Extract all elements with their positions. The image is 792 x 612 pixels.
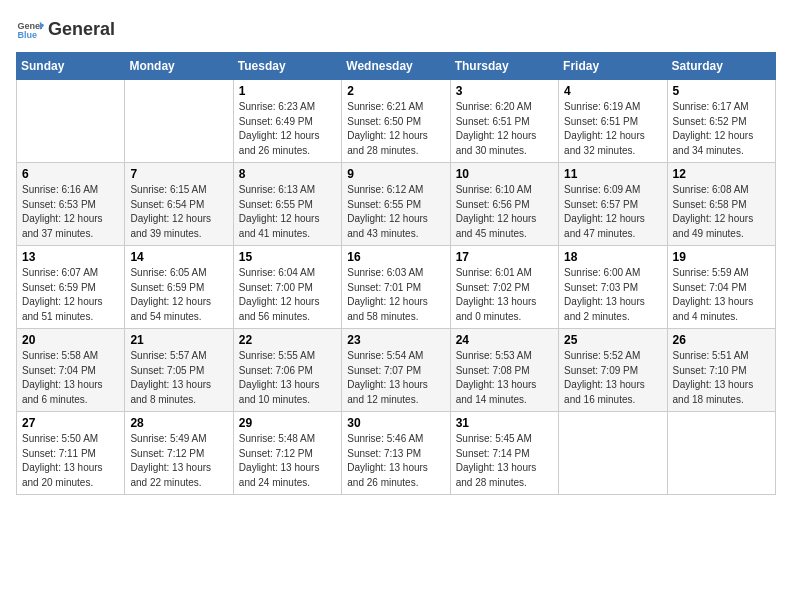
calendar-cell: 7Sunrise: 6:15 AM Sunset: 6:54 PM Daylig… [125, 163, 233, 246]
calendar-cell: 14Sunrise: 6:05 AM Sunset: 6:59 PM Dayli… [125, 246, 233, 329]
calendar-week-3: 13Sunrise: 6:07 AM Sunset: 6:59 PM Dayli… [17, 246, 776, 329]
day-number: 18 [564, 250, 661, 264]
calendar-cell: 23Sunrise: 5:54 AM Sunset: 7:07 PM Dayli… [342, 329, 450, 412]
day-detail: Sunrise: 6:04 AM Sunset: 7:00 PM Dayligh… [239, 266, 336, 324]
calendar-cell [17, 80, 125, 163]
calendar-cell: 28Sunrise: 5:49 AM Sunset: 7:12 PM Dayli… [125, 412, 233, 495]
calendar-cell: 6Sunrise: 6:16 AM Sunset: 6:53 PM Daylig… [17, 163, 125, 246]
calendar-cell: 18Sunrise: 6:00 AM Sunset: 7:03 PM Dayli… [559, 246, 667, 329]
day-number: 15 [239, 250, 336, 264]
day-detail: Sunrise: 6:08 AM Sunset: 6:58 PM Dayligh… [673, 183, 770, 241]
day-detail: Sunrise: 6:05 AM Sunset: 6:59 PM Dayligh… [130, 266, 227, 324]
calendar-table: SundayMondayTuesdayWednesdayThursdayFrid… [16, 52, 776, 495]
day-number: 25 [564, 333, 661, 347]
day-number: 23 [347, 333, 444, 347]
logo: General Blue General [16, 16, 115, 44]
calendar-cell: 27Sunrise: 5:50 AM Sunset: 7:11 PM Dayli… [17, 412, 125, 495]
weekday-header-saturday: Saturday [667, 53, 775, 80]
day-number: 21 [130, 333, 227, 347]
day-number: 26 [673, 333, 770, 347]
day-number: 13 [22, 250, 119, 264]
day-number: 19 [673, 250, 770, 264]
weekday-header-sunday: Sunday [17, 53, 125, 80]
day-detail: Sunrise: 6:21 AM Sunset: 6:50 PM Dayligh… [347, 100, 444, 158]
day-number: 30 [347, 416, 444, 430]
weekday-header-monday: Monday [125, 53, 233, 80]
calendar-cell: 15Sunrise: 6:04 AM Sunset: 7:00 PM Dayli… [233, 246, 341, 329]
page-header: General Blue General [16, 16, 776, 44]
day-detail: Sunrise: 5:53 AM Sunset: 7:08 PM Dayligh… [456, 349, 553, 407]
day-number: 28 [130, 416, 227, 430]
calendar-cell: 11Sunrise: 6:09 AM Sunset: 6:57 PM Dayli… [559, 163, 667, 246]
day-number: 2 [347, 84, 444, 98]
day-number: 14 [130, 250, 227, 264]
day-detail: Sunrise: 6:07 AM Sunset: 6:59 PM Dayligh… [22, 266, 119, 324]
day-number: 10 [456, 167, 553, 181]
day-detail: Sunrise: 5:54 AM Sunset: 7:07 PM Dayligh… [347, 349, 444, 407]
day-detail: Sunrise: 6:19 AM Sunset: 6:51 PM Dayligh… [564, 100, 661, 158]
calendar-week-4: 20Sunrise: 5:58 AM Sunset: 7:04 PM Dayli… [17, 329, 776, 412]
day-number: 24 [456, 333, 553, 347]
day-detail: Sunrise: 5:55 AM Sunset: 7:06 PM Dayligh… [239, 349, 336, 407]
day-number: 16 [347, 250, 444, 264]
day-detail: Sunrise: 6:15 AM Sunset: 6:54 PM Dayligh… [130, 183, 227, 241]
calendar-body: 1Sunrise: 6:23 AM Sunset: 6:49 PM Daylig… [17, 80, 776, 495]
calendar-cell: 5Sunrise: 6:17 AM Sunset: 6:52 PM Daylig… [667, 80, 775, 163]
day-detail: Sunrise: 6:01 AM Sunset: 7:02 PM Dayligh… [456, 266, 553, 324]
calendar-cell: 4Sunrise: 6:19 AM Sunset: 6:51 PM Daylig… [559, 80, 667, 163]
weekday-header-friday: Friday [559, 53, 667, 80]
weekday-header-tuesday: Tuesday [233, 53, 341, 80]
day-detail: Sunrise: 6:17 AM Sunset: 6:52 PM Dayligh… [673, 100, 770, 158]
day-detail: Sunrise: 6:03 AM Sunset: 7:01 PM Dayligh… [347, 266, 444, 324]
calendar-cell: 29Sunrise: 5:48 AM Sunset: 7:12 PM Dayli… [233, 412, 341, 495]
day-detail: Sunrise: 6:00 AM Sunset: 7:03 PM Dayligh… [564, 266, 661, 324]
logo-general-text: General [48, 20, 115, 40]
calendar-cell: 12Sunrise: 6:08 AM Sunset: 6:58 PM Dayli… [667, 163, 775, 246]
calendar-cell: 20Sunrise: 5:58 AM Sunset: 7:04 PM Dayli… [17, 329, 125, 412]
day-number: 9 [347, 167, 444, 181]
day-number: 29 [239, 416, 336, 430]
day-detail: Sunrise: 5:45 AM Sunset: 7:14 PM Dayligh… [456, 432, 553, 490]
day-number: 27 [22, 416, 119, 430]
day-number: 31 [456, 416, 553, 430]
day-detail: Sunrise: 5:52 AM Sunset: 7:09 PM Dayligh… [564, 349, 661, 407]
calendar-header-row: SundayMondayTuesdayWednesdayThursdayFrid… [17, 53, 776, 80]
calendar-week-2: 6Sunrise: 6:16 AM Sunset: 6:53 PM Daylig… [17, 163, 776, 246]
calendar-cell: 19Sunrise: 5:59 AM Sunset: 7:04 PM Dayli… [667, 246, 775, 329]
day-number: 17 [456, 250, 553, 264]
calendar-cell: 25Sunrise: 5:52 AM Sunset: 7:09 PM Dayli… [559, 329, 667, 412]
calendar-week-1: 1Sunrise: 6:23 AM Sunset: 6:49 PM Daylig… [17, 80, 776, 163]
day-number: 8 [239, 167, 336, 181]
day-detail: Sunrise: 6:23 AM Sunset: 6:49 PM Dayligh… [239, 100, 336, 158]
calendar-cell: 24Sunrise: 5:53 AM Sunset: 7:08 PM Dayli… [450, 329, 558, 412]
day-detail: Sunrise: 5:49 AM Sunset: 7:12 PM Dayligh… [130, 432, 227, 490]
day-detail: Sunrise: 5:50 AM Sunset: 7:11 PM Dayligh… [22, 432, 119, 490]
day-number: 12 [673, 167, 770, 181]
logo-icon: General Blue [16, 16, 44, 44]
calendar-cell: 13Sunrise: 6:07 AM Sunset: 6:59 PM Dayli… [17, 246, 125, 329]
day-detail: Sunrise: 5:59 AM Sunset: 7:04 PM Dayligh… [673, 266, 770, 324]
calendar-cell: 22Sunrise: 5:55 AM Sunset: 7:06 PM Dayli… [233, 329, 341, 412]
day-number: 6 [22, 167, 119, 181]
calendar-week-5: 27Sunrise: 5:50 AM Sunset: 7:11 PM Dayli… [17, 412, 776, 495]
day-number: 5 [673, 84, 770, 98]
calendar-cell: 30Sunrise: 5:46 AM Sunset: 7:13 PM Dayli… [342, 412, 450, 495]
calendar-cell: 31Sunrise: 5:45 AM Sunset: 7:14 PM Dayli… [450, 412, 558, 495]
calendar-cell: 26Sunrise: 5:51 AM Sunset: 7:10 PM Dayli… [667, 329, 775, 412]
day-detail: Sunrise: 5:48 AM Sunset: 7:12 PM Dayligh… [239, 432, 336, 490]
day-number: 20 [22, 333, 119, 347]
day-number: 4 [564, 84, 661, 98]
day-detail: Sunrise: 5:58 AM Sunset: 7:04 PM Dayligh… [22, 349, 119, 407]
weekday-header-wednesday: Wednesday [342, 53, 450, 80]
calendar-cell: 3Sunrise: 6:20 AM Sunset: 6:51 PM Daylig… [450, 80, 558, 163]
day-number: 1 [239, 84, 336, 98]
day-detail: Sunrise: 5:46 AM Sunset: 7:13 PM Dayligh… [347, 432, 444, 490]
calendar-cell [667, 412, 775, 495]
day-detail: Sunrise: 5:51 AM Sunset: 7:10 PM Dayligh… [673, 349, 770, 407]
calendar-cell: 17Sunrise: 6:01 AM Sunset: 7:02 PM Dayli… [450, 246, 558, 329]
day-detail: Sunrise: 5:57 AM Sunset: 7:05 PM Dayligh… [130, 349, 227, 407]
calendar-cell [125, 80, 233, 163]
day-detail: Sunrise: 6:10 AM Sunset: 6:56 PM Dayligh… [456, 183, 553, 241]
calendar-cell: 2Sunrise: 6:21 AM Sunset: 6:50 PM Daylig… [342, 80, 450, 163]
day-detail: Sunrise: 6:20 AM Sunset: 6:51 PM Dayligh… [456, 100, 553, 158]
